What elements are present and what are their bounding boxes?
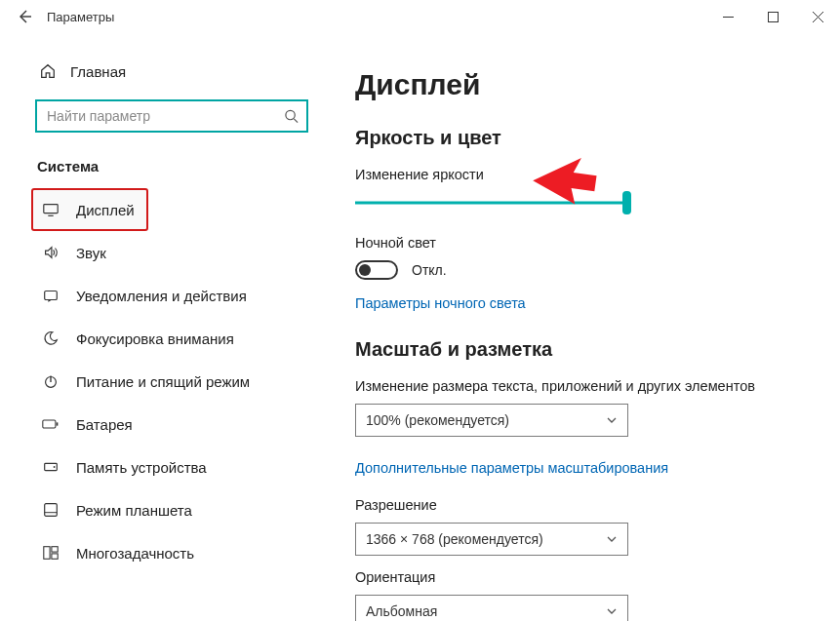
dropdown-value: 100% (рекомендуется) [366,412,509,428]
sidebar-section-label: Система [37,158,312,175]
power-icon [41,371,60,391]
chevron-down-icon [606,605,618,617]
brightness-slider[interactable] [355,192,628,213]
svg-rect-11 [52,547,58,552]
toggle-knob [359,264,371,276]
home-label: Главная [70,63,126,80]
svg-rect-0 [768,12,778,21]
chevron-down-icon [606,414,618,426]
resolution-label: Разрешение [355,497,817,513]
title-bar: Параметры [0,0,840,33]
svg-rect-9 [45,504,58,517]
tablet-icon [41,500,60,520]
close-button[interactable] [795,1,840,32]
maximize-icon [768,12,779,22]
home-link[interactable]: Главная [35,57,312,99]
sidebar-item-display[interactable]: Дисплей [31,188,148,231]
sidebar-item-multitasking[interactable]: Многозадачность [35,531,312,574]
sidebar-item-label: Уведомления и действия [76,288,247,304]
scale-label: Изменение размера текста, приложений и д… [355,378,817,394]
sidebar-item-storage[interactable]: Память устройства [35,446,312,488]
sidebar-item-label: Батарея [76,416,133,433]
orientation-label: Ориентация [355,569,817,585]
page-title: Дисплей [355,68,817,101]
night-light-label: Ночной свет [355,235,817,251]
scale-layout-heading: Масштаб и разметка [355,338,817,361]
monitor-icon [41,200,60,219]
svg-rect-12 [52,554,58,559]
storage-icon [41,457,60,477]
sidebar-item-label: Фокусировка внимания [76,330,234,347]
sidebar-item-power-sleep[interactable]: Питание и спящий режим [35,360,312,403]
sidebar-item-notifications[interactable]: Уведомления и действия [35,274,312,317]
night-light-toggle-row: Откл. [355,260,817,280]
sound-icon [41,243,60,262]
sidebar-item-sound[interactable]: Звук [35,231,312,274]
home-icon [39,62,57,80]
window-title: Параметры [47,10,114,24]
sidebar-item-label: Многозадачность [76,545,194,562]
svg-rect-6 [57,422,59,425]
multitask-icon [41,543,60,563]
orientation-dropdown[interactable]: Альбомная [355,595,628,621]
sidebar-item-label: Память устройства [76,459,207,476]
toggle-state-label: Откл. [412,262,447,278]
notifications-icon [41,286,60,305]
svg-rect-10 [44,547,50,560]
scale-dropdown[interactable]: 100% (рекомендуется) [355,404,628,437]
sidebar-item-tablet-mode[interactable]: Режим планшета [35,488,312,531]
svg-rect-3 [45,291,58,300]
back-button[interactable] [10,2,39,31]
search-input[interactable] [35,99,308,133]
brightness-label: Изменение яркости [355,167,817,182]
night-light-settings-link[interactable]: Параметры ночного света [355,295,526,311]
sidebar-item-label: Дисплей [76,202,135,218]
chevron-down-icon [606,533,618,545]
sidebar-item-battery[interactable]: Батарея [35,403,312,446]
minimize-icon [723,12,734,22]
night-light-toggle[interactable] [355,260,398,280]
sidebar-item-label: Режим планшета [76,502,192,519]
main-panel: Дисплей Яркость и цвет Изменение яркости… [332,33,840,621]
sidebar-item-label: Питание и спящий режим [76,373,250,390]
slider-track [355,202,628,205]
dropdown-value: 1366 × 768 (рекомендуется) [366,531,543,547]
svg-rect-5 [43,420,56,428]
sidebar: Главная Система Дисплей Звук [0,33,332,621]
brightness-color-heading: Яркость и цвет [355,127,817,149]
svg-rect-2 [44,205,58,213]
close-icon [813,12,823,22]
maximize-button[interactable] [750,1,795,32]
slider-thumb[interactable] [622,191,631,214]
battery-icon [41,414,60,434]
sidebar-item-label: Звук [76,245,106,261]
search-wrap [35,99,312,133]
minimize-button[interactable] [705,1,750,32]
dropdown-value: Альбомная [366,603,437,619]
arrow-left-icon [17,9,32,24]
moon-icon [41,329,60,348]
sidebar-item-focus-assist[interactable]: Фокусировка внимания [35,317,312,360]
resolution-dropdown[interactable]: 1366 × 768 (рекомендуется) [355,523,628,556]
advanced-scaling-link[interactable]: Дополнительные параметры масштабирования [355,460,668,476]
svg-point-8 [54,466,56,468]
